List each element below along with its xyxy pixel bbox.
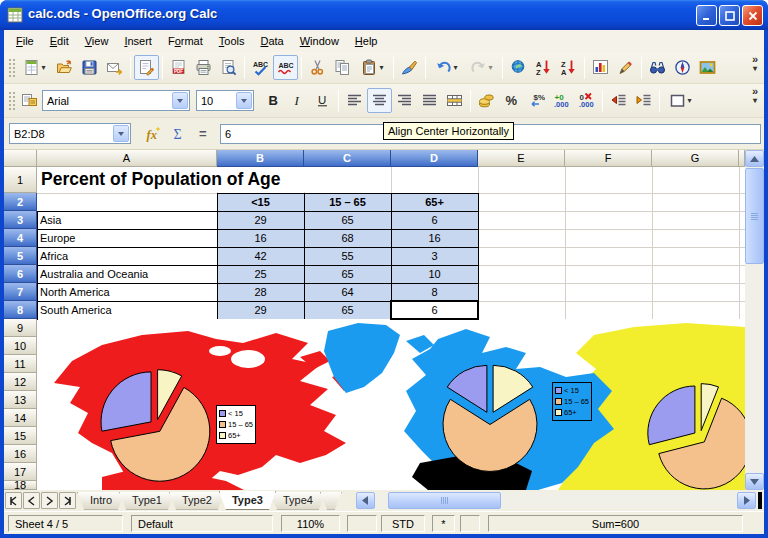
maximize-button[interactable] bbox=[719, 5, 740, 26]
status-signature[interactable] bbox=[460, 515, 480, 532]
redo-button[interactable]: ▾ bbox=[464, 55, 499, 80]
row-header-10[interactable]: 10 bbox=[4, 337, 37, 355]
row-header-15[interactable]: 15 bbox=[4, 427, 37, 445]
column-header-C[interactable]: C bbox=[304, 150, 391, 167]
sheet-tab-type3[interactable]: Type3 bbox=[219, 491, 276, 510]
cell-region-name[interactable]: Asia bbox=[37, 211, 217, 229]
vertical-scroll-thumb[interactable] bbox=[745, 168, 764, 264]
paste-button[interactable]: ▾ bbox=[355, 55, 390, 80]
cell-value[interactable]: 55 bbox=[304, 247, 391, 265]
align-center-button[interactable] bbox=[367, 88, 392, 113]
save-button[interactable] bbox=[77, 55, 102, 80]
row-header-8[interactable]: 8 bbox=[4, 301, 37, 319]
row-header-16[interactable]: 16 bbox=[4, 445, 37, 463]
column-header-E[interactable]: E bbox=[478, 150, 565, 167]
menu-insert[interactable]: Insert bbox=[116, 32, 160, 50]
percent-button[interactable]: % bbox=[499, 88, 524, 113]
increase-indent-button[interactable] bbox=[631, 88, 656, 113]
scroll-up-button[interactable] bbox=[745, 150, 764, 167]
draw-functions-button[interactable] bbox=[613, 55, 638, 80]
scroll-left-button[interactable] bbox=[356, 492, 375, 509]
cell-header[interactable]: 65+ bbox=[391, 193, 478, 211]
row-header-14[interactable]: 14 bbox=[4, 409, 37, 427]
dropdown-arrow-icon[interactable]: ▾ bbox=[488, 63, 492, 72]
cell-value[interactable]: 16 bbox=[391, 229, 478, 247]
spreadsheet-area[interactable]: ABCDEFG123456789101112131415161718Percen… bbox=[4, 150, 764, 490]
row-header-9[interactable]: 9 bbox=[4, 319, 37, 337]
cell-value[interactable]: 10 bbox=[391, 265, 478, 283]
number-format-button[interactable]: $% bbox=[524, 88, 549, 113]
cell-region-name[interactable]: Europe bbox=[37, 229, 217, 247]
copy-button[interactable] bbox=[330, 55, 355, 80]
row-header-7[interactable]: 7 bbox=[4, 283, 37, 301]
sheet-tab-intro[interactable]: Intro bbox=[77, 492, 125, 510]
align-right-button[interactable] bbox=[392, 88, 417, 113]
status-sheet-position[interactable]: Sheet 4 / 5 bbox=[8, 515, 123, 532]
cell-value[interactable]: 68 bbox=[304, 229, 391, 247]
cell-region-name[interactable]: North America bbox=[37, 283, 217, 301]
spellcheck-button[interactable]: ABC bbox=[248, 55, 273, 80]
menu-tools[interactable]: Tools bbox=[211, 32, 253, 50]
scroll-down-button[interactable] bbox=[745, 473, 764, 490]
edit-file-button[interactable] bbox=[134, 55, 159, 80]
column-header-F[interactable]: F bbox=[565, 150, 652, 167]
cell-header[interactable]: <15 bbox=[217, 193, 304, 211]
sheet-tab-type1[interactable]: Type1 bbox=[119, 492, 175, 510]
row-header-5[interactable]: 5 bbox=[4, 247, 37, 265]
format-paintbrush-button[interactable] bbox=[397, 55, 422, 80]
tab-nav-last-button[interactable] bbox=[59, 492, 76, 509]
add-decimal-button[interactable]: +0.000 bbox=[549, 88, 574, 113]
cell-region-name[interactable]: South America bbox=[37, 301, 217, 319]
world-map-image[interactable]: < 1515 – 6565+< 1515 – 6565+ bbox=[38, 319, 745, 490]
size-value[interactable]: 10 bbox=[197, 95, 236, 107]
equals-button[interactable]: = bbox=[191, 122, 216, 146]
row-header-4[interactable]: 4 bbox=[4, 229, 37, 247]
delete-decimal-button[interactable]: 0.000 bbox=[574, 88, 599, 113]
decrease-indent-button[interactable] bbox=[606, 88, 631, 113]
cell-region-name[interactable]: Africa bbox=[37, 247, 217, 265]
function-wizard-button[interactable]: fx bbox=[141, 122, 166, 146]
tab-nav-next-button[interactable] bbox=[41, 492, 58, 509]
cell-value[interactable]: 65 bbox=[304, 265, 391, 283]
dropdown-button[interactable] bbox=[172, 92, 188, 109]
font-size-combobox[interactable]: 10 bbox=[196, 90, 254, 111]
row-header-3[interactable]: 3 bbox=[4, 211, 37, 229]
close-button[interactable] bbox=[742, 5, 763, 26]
cell-value[interactable]: 16 bbox=[217, 229, 304, 247]
menu-view[interactable]: View bbox=[77, 32, 117, 50]
name-box-dropdown[interactable] bbox=[113, 125, 129, 142]
cell-value[interactable]: 42 bbox=[217, 247, 304, 265]
dropdown-arrow-icon[interactable]: ▾ bbox=[41, 63, 45, 72]
cell-value[interactable]: 29 bbox=[217, 211, 304, 229]
gallery-button[interactable] bbox=[695, 55, 720, 80]
hyperlink-button[interactable] bbox=[506, 55, 531, 80]
name-box-value[interactable]: B2:D8 bbox=[10, 128, 113, 140]
status-page-style[interactable]: Default bbox=[131, 515, 273, 532]
status-sum[interactable]: Sum=600 bbox=[488, 515, 743, 532]
cell-value[interactable]: 65 bbox=[304, 301, 391, 319]
tab-nav-first-button[interactable] bbox=[5, 492, 22, 509]
navigator-button[interactable] bbox=[670, 55, 695, 80]
borders-button[interactable]: ▾ bbox=[663, 88, 698, 113]
row-header-2[interactable]: 2 bbox=[4, 193, 37, 211]
column-header-A[interactable]: A bbox=[37, 150, 217, 167]
dropdown-arrow-icon[interactable]: ▾ bbox=[379, 63, 383, 72]
tab-nav-prev-button[interactable] bbox=[23, 492, 40, 509]
cell-value[interactable]: 29 bbox=[217, 301, 304, 319]
menu-file[interactable]: File bbox=[8, 32, 42, 50]
font-value[interactable]: Arial bbox=[43, 95, 172, 107]
underline-button[interactable]: U bbox=[310, 88, 335, 113]
status-selection-mode[interactable]: STD bbox=[381, 515, 425, 532]
cell-value[interactable]: 64 bbox=[304, 283, 391, 301]
minimize-button[interactable] bbox=[696, 5, 717, 26]
vertical-scrollbar[interactable] bbox=[745, 150, 764, 490]
align-justify-button[interactable] bbox=[417, 88, 442, 113]
menu-help[interactable]: Help bbox=[347, 32, 386, 50]
cell-value[interactable]: 8 bbox=[391, 283, 478, 301]
new-document-button[interactable]: ▾ bbox=[17, 55, 52, 80]
italic-button[interactable]: I bbox=[285, 88, 310, 113]
merge-cells-button[interactable] bbox=[442, 88, 467, 113]
menu-format[interactable]: Format bbox=[160, 32, 211, 50]
sum-button[interactable]: Σ bbox=[166, 122, 191, 146]
title-bar[interactable]: calc.ods - OpenOffice.org Calc bbox=[0, 0, 768, 30]
